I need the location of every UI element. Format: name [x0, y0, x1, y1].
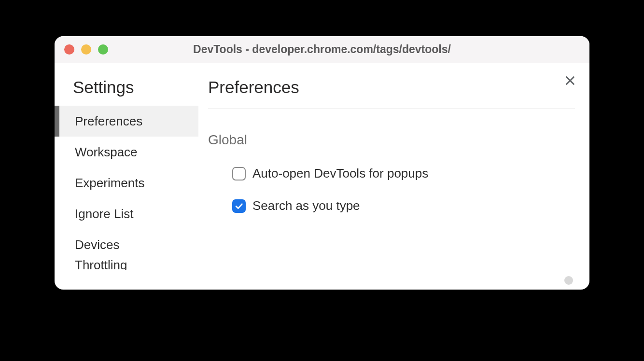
sidebar: Settings Preferences Workspace Experimen…: [55, 63, 198, 290]
section-heading-global: Global: [208, 132, 570, 148]
titlebar: DevTools - developer.chrome.com/tags/dev…: [55, 36, 589, 63]
option-auto-open-devtools: Auto-open DevTools for popups: [208, 157, 570, 190]
traffic-lights: [64, 44, 108, 55]
maximize-window-button[interactable]: [98, 44, 108, 55]
scroll-area[interactable]: Global Auto-open DevTools for popups Sea…: [208, 109, 575, 290]
app-window: DevTools - developer.chrome.com/tags/dev…: [55, 36, 589, 290]
sidebar-item-ignore-list[interactable]: Ignore List: [55, 198, 198, 229]
window-title: DevTools - developer.chrome.com/tags/dev…: [55, 43, 589, 56]
sidebar-item-label: Throttling: [75, 260, 127, 270]
sidebar-title: Settings: [55, 78, 198, 106]
option-label: Auto-open DevTools for popups: [252, 166, 428, 181]
sidebar-item-workspace[interactable]: Workspace: [55, 137, 198, 167]
page-heading: Preferences: [208, 78, 575, 97]
sidebar-item-throttling[interactable]: Throttling: [55, 260, 198, 270]
checkbox-auto-open-devtools[interactable]: [232, 167, 246, 180]
option-search-as-you-type: Search as you type: [208, 190, 570, 222]
minimize-window-button[interactable]: [81, 44, 91, 55]
sidebar-item-label: Experiments: [75, 176, 145, 191]
sidebar-item-preferences[interactable]: Preferences: [55, 106, 198, 137]
sidebar-item-label: Devices: [75, 237, 119, 252]
option-label: Search as you type: [252, 198, 360, 213]
sidebar-item-label: Workspace: [75, 145, 138, 160]
close-window-button[interactable]: [64, 44, 74, 55]
sidebar-item-label: Preferences: [75, 114, 142, 129]
scrollbar-thumb[interactable]: [564, 276, 573, 285]
checkbox-search-as-you-type[interactable]: [232, 199, 246, 213]
content-area: Settings Preferences Workspace Experimen…: [55, 63, 589, 290]
checkmark-icon: [234, 201, 244, 211]
close-settings-button[interactable]: [563, 74, 577, 87]
close-icon: [565, 75, 575, 86]
sidebar-item-devices[interactable]: Devices: [55, 229, 198, 260]
sidebar-item-label: Ignore List: [75, 207, 133, 222]
main-panel: Preferences Global Auto-open DevTools fo…: [198, 63, 589, 290]
sidebar-item-experiments[interactable]: Experiments: [55, 167, 198, 198]
